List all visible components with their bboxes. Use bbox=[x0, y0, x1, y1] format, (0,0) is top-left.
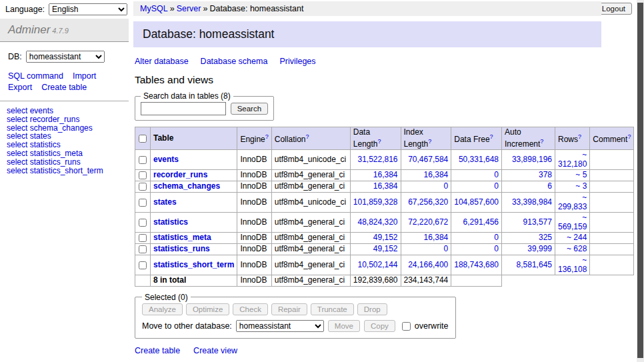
auto-increment-link[interactable]: 33,398,984 bbox=[512, 197, 552, 207]
data-free-link[interactable]: 104,857,600 bbox=[454, 197, 499, 207]
auto-increment-link[interactable]: 913,577 bbox=[523, 217, 552, 227]
rows-cell: ~ 136,108 bbox=[555, 255, 589, 275]
column-help-link[interactable]: ? bbox=[540, 138, 543, 145]
data-length-link[interactable]: 101,859,328 bbox=[353, 197, 398, 207]
auto-increment-link[interactable]: 8,581,645 bbox=[517, 260, 552, 269]
data-free-link[interactable]: 0 bbox=[494, 181, 499, 191]
data-length-link[interactable]: 48,824,320 bbox=[357, 217, 397, 227]
table-link[interactable]: schema_changes bbox=[153, 181, 220, 191]
data-free-link[interactable]: 6,291,456 bbox=[463, 217, 499, 227]
create-link[interactable]: Create table bbox=[135, 346, 180, 355]
move-db-select[interactable]: homeassistant bbox=[236, 320, 324, 332]
table-link[interactable]: statistics_short_term bbox=[153, 260, 234, 269]
data-length-link[interactable]: 49,152 bbox=[373, 233, 398, 242]
row-checkbox[interactable] bbox=[139, 171, 147, 179]
auto-increment-link[interactable]: 378 bbox=[539, 170, 552, 179]
rows-link[interactable]: ~ 628 bbox=[567, 244, 587, 253]
row-checkbox[interactable] bbox=[139, 245, 147, 253]
sidebar-table-link[interactable]: select events bbox=[7, 107, 122, 115]
index-length-link[interactable]: 24,166,400 bbox=[408, 260, 448, 269]
data-free-link[interactable]: 50,331,648 bbox=[459, 155, 499, 164]
sidebar-table-link[interactable]: select recorder_runs bbox=[7, 115, 122, 124]
index-length-link[interactable]: 16,384 bbox=[424, 233, 449, 242]
rows-link[interactable]: ~ 299,833 bbox=[558, 193, 587, 211]
overwrite-option[interactable]: overwrite bbox=[399, 320, 449, 333]
scrollbar-thumb[interactable] bbox=[637, 3, 643, 358]
data-free-link[interactable]: 188,743,680 bbox=[454, 260, 499, 269]
bulk-action-button[interactable]: Repair bbox=[271, 303, 307, 315]
column-help-link[interactable]: ? bbox=[265, 133, 269, 140]
index-length-link[interactable]: 0 bbox=[444, 181, 449, 191]
language-select[interactable]: English bbox=[49, 3, 127, 15]
row-checkbox[interactable] bbox=[139, 219, 147, 227]
bulk-action-button[interactable]: Optimize bbox=[186, 303, 229, 315]
index-length-link[interactable]: 0 bbox=[444, 244, 449, 253]
database-nav-link[interactable]: Alter database bbox=[135, 57, 189, 66]
data-length-link[interactable]: 16,384 bbox=[373, 181, 398, 191]
column-help-link[interactable]: ? bbox=[578, 133, 581, 140]
data-free-link[interactable]: 0 bbox=[494, 233, 499, 242]
table-link[interactable]: events bbox=[153, 155, 179, 164]
column-help-link[interactable]: ? bbox=[377, 138, 381, 145]
table-link[interactable]: statistics_meta bbox=[153, 233, 211, 242]
select-all-checkbox[interactable] bbox=[139, 135, 147, 143]
rows-link[interactable]: ~ 136,108 bbox=[558, 255, 587, 274]
table-link[interactable]: recorder_runs bbox=[153, 170, 207, 179]
auto-increment-link[interactable]: 39,999 bbox=[527, 244, 552, 253]
sidebar-table-link[interactable]: select statistics_meta bbox=[7, 149, 122, 158]
rows-link[interactable]: ~ 3 bbox=[575, 181, 587, 191]
rows-link[interactable]: ~ 569,159 bbox=[558, 213, 587, 231]
data-length-link[interactable]: 10,502,144 bbox=[357, 260, 397, 269]
row-checkbox[interactable] bbox=[139, 156, 147, 164]
sidebar-table-link[interactable]: select statistics_runs bbox=[7, 158, 122, 167]
column-help-link[interactable]: ? bbox=[428, 138, 431, 145]
sidebar-action-link[interactable]: Import bbox=[73, 71, 96, 81]
column-help-link[interactable]: ? bbox=[490, 133, 493, 140]
move-button[interactable]: Move bbox=[328, 320, 360, 332]
create-link[interactable]: Create view bbox=[193, 346, 237, 355]
data-length-link[interactable]: 49,152 bbox=[373, 244, 398, 253]
column-help-link[interactable]: ? bbox=[627, 133, 631, 140]
index-length-link[interactable]: 67,256,320 bbox=[408, 197, 448, 207]
sidebar-action-link[interactable]: SQL command bbox=[8, 71, 63, 81]
db-select[interactable]: homeassistant bbox=[26, 51, 105, 63]
data-length-link[interactable]: 31,522,816 bbox=[357, 155, 397, 164]
index-length-link[interactable]: 72,220,672 bbox=[408, 217, 448, 227]
table-link[interactable]: statistics_runs bbox=[153, 244, 210, 253]
index-length-link[interactable]: 70,467,584 bbox=[408, 155, 448, 164]
sidebar-action-link[interactable]: Export bbox=[8, 83, 32, 92]
row-checkbox[interactable] bbox=[139, 199, 147, 207]
bulk-action-button[interactable]: Check bbox=[233, 303, 268, 315]
row-checkbox[interactable] bbox=[139, 261, 147, 269]
auto-increment-link[interactable]: 6 bbox=[547, 181, 552, 191]
table-link[interactable]: statistics bbox=[153, 217, 188, 227]
vertical-scrollbar[interactable] bbox=[637, 0, 644, 362]
data-free-link[interactable]: 0 bbox=[494, 170, 499, 179]
column-help-link[interactable]: ? bbox=[305, 133, 309, 140]
bulk-action-button[interactable]: Drop bbox=[357, 303, 387, 315]
app-name[interactable]: Adminer bbox=[8, 23, 50, 36]
data-free-link[interactable]: 0 bbox=[494, 244, 499, 253]
index-length-link[interactable]: 16,384 bbox=[424, 170, 449, 179]
rows-link[interactable]: ~ 244 bbox=[567, 233, 587, 242]
breadcrumb-mysql-link[interactable]: MySQL bbox=[140, 4, 168, 13]
bulk-action-button[interactable]: Analyze bbox=[142, 303, 183, 315]
sidebar-table-link[interactable]: select statistics_short_term bbox=[7, 167, 122, 175]
breadcrumb-server-link[interactable]: Server bbox=[177, 4, 201, 13]
database-nav-link[interactable]: Database schema bbox=[201, 57, 268, 66]
bulk-action-button[interactable]: Truncate bbox=[311, 303, 354, 315]
search-button[interactable]: Search bbox=[231, 103, 268, 115]
table-link[interactable]: states bbox=[153, 197, 177, 207]
overwrite-checkbox[interactable] bbox=[402, 322, 411, 331]
auto-increment-link[interactable]: 325 bbox=[539, 233, 552, 242]
data-length-link[interactable]: 16,384 bbox=[373, 170, 398, 179]
row-checkbox[interactable] bbox=[139, 234, 147, 242]
database-nav-link[interactable]: Privileges bbox=[279, 57, 315, 66]
rows-link[interactable]: ~ 5 bbox=[575, 170, 587, 179]
sidebar-action-link[interactable]: Create table bbox=[41, 83, 87, 92]
copy-button[interactable]: Copy bbox=[364, 320, 395, 332]
row-checkbox[interactable] bbox=[139, 183, 147, 191]
auto-increment-link[interactable]: 33,898,196 bbox=[512, 155, 552, 164]
rows-link[interactable]: ~ 312,180 bbox=[558, 150, 587, 169]
search-input[interactable] bbox=[141, 102, 226, 115]
